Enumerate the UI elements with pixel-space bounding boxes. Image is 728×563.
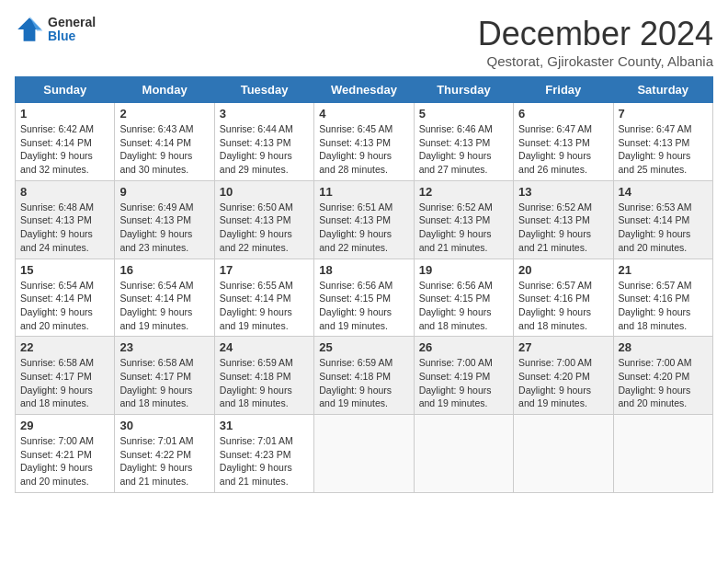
table-row: 28 Sunrise: 7:00 AM Sunset: 4:20 PM Dayl… bbox=[613, 337, 712, 415]
day-detail: Sunrise: 6:47 AM Sunset: 4:13 PM Dayligh… bbox=[619, 122, 708, 177]
day-number: 18 bbox=[319, 263, 408, 277]
table-row: 6 Sunrise: 6:47 AM Sunset: 4:13 PM Dayli… bbox=[514, 103, 613, 181]
day-detail: Sunrise: 6:59 AM Sunset: 4:18 PM Dayligh… bbox=[220, 356, 309, 410]
day-number: 23 bbox=[119, 340, 209, 354]
day-detail: Sunrise: 6:57 AM Sunset: 4:16 PM Dayligh… bbox=[619, 279, 708, 333]
day-number: 7 bbox=[619, 107, 708, 121]
day-detail: Sunrise: 7:00 AM Sunset: 4:19 PM Dayligh… bbox=[419, 356, 508, 410]
table-row: 22 Sunrise: 6:58 AM Sunset: 4:17 PM Dayl… bbox=[16, 337, 115, 415]
day-number: 15 bbox=[20, 263, 109, 277]
day-detail: Sunrise: 7:00 AM Sunset: 4:21 PM Dayligh… bbox=[20, 434, 109, 488]
day-detail: Sunrise: 6:43 AM Sunset: 4:14 PM Dayligh… bbox=[119, 122, 209, 177]
logo-general-text: General bbox=[48, 16, 96, 29]
day-detail: Sunrise: 6:51 AM Sunset: 4:13 PM Dayligh… bbox=[319, 201, 408, 255]
table-row bbox=[314, 415, 414, 493]
day-number: 9 bbox=[119, 185, 209, 199]
table-row bbox=[514, 415, 613, 493]
logo-blue-text: Blue bbox=[48, 29, 96, 43]
day-detail: Sunrise: 6:54 AM Sunset: 4:14 PM Dayligh… bbox=[20, 279, 109, 333]
table-row: 16 Sunrise: 6:54 AM Sunset: 4:14 PM Dayl… bbox=[115, 259, 214, 337]
day-detail: Sunrise: 6:52 AM Sunset: 4:13 PM Dayligh… bbox=[518, 201, 608, 255]
table-row: 30 Sunrise: 7:01 AM Sunset: 4:22 PM Dayl… bbox=[115, 415, 214, 493]
day-detail: Sunrise: 6:46 AM Sunset: 4:13 PM Dayligh… bbox=[419, 122, 508, 177]
day-number: 8 bbox=[20, 185, 109, 199]
day-number: 5 bbox=[419, 107, 508, 121]
day-detail: Sunrise: 6:57 AM Sunset: 4:16 PM Dayligh… bbox=[518, 279, 608, 333]
day-detail: Sunrise: 6:58 AM Sunset: 4:17 PM Dayligh… bbox=[119, 356, 209, 410]
day-detail: Sunrise: 6:49 AM Sunset: 4:13 PM Dayligh… bbox=[119, 201, 209, 255]
day-detail: Sunrise: 6:56 AM Sunset: 4:15 PM Dayligh… bbox=[319, 279, 408, 333]
table-row: 31 Sunrise: 7:01 AM Sunset: 4:23 PM Dayl… bbox=[214, 415, 313, 493]
table-row: 15 Sunrise: 6:54 AM Sunset: 4:14 PM Dayl… bbox=[16, 259, 115, 337]
day-number: 4 bbox=[319, 107, 408, 121]
day-number: 2 bbox=[119, 107, 209, 121]
table-row: 5 Sunrise: 6:46 AM Sunset: 4:13 PM Dayli… bbox=[414, 103, 513, 181]
calendar-week-1: 1 Sunrise: 6:42 AM Sunset: 4:14 PM Dayli… bbox=[16, 103, 713, 181]
day-number: 14 bbox=[619, 185, 708, 199]
calendar-subtitle: Qestorat, Gjirokaster County, Albania bbox=[478, 53, 713, 69]
day-number: 20 bbox=[518, 263, 608, 277]
day-detail: Sunrise: 7:01 AM Sunset: 4:23 PM Dayligh… bbox=[220, 434, 309, 488]
day-detail: Sunrise: 6:54 AM Sunset: 4:14 PM Dayligh… bbox=[119, 279, 209, 333]
day-number: 29 bbox=[20, 419, 109, 432]
day-detail: Sunrise: 6:58 AM Sunset: 4:17 PM Dayligh… bbox=[20, 356, 109, 410]
day-number: 30 bbox=[119, 419, 209, 432]
header-thursday: Thursday bbox=[414, 77, 513, 103]
table-row: 18 Sunrise: 6:56 AM Sunset: 4:15 PM Dayl… bbox=[314, 259, 414, 337]
table-row: 19 Sunrise: 6:56 AM Sunset: 4:15 PM Dayl… bbox=[414, 259, 513, 337]
table-row: 23 Sunrise: 6:58 AM Sunset: 4:17 PM Dayl… bbox=[115, 337, 214, 415]
day-number: 24 bbox=[220, 340, 309, 354]
day-number: 13 bbox=[518, 185, 608, 199]
table-row: 24 Sunrise: 6:59 AM Sunset: 4:18 PM Dayl… bbox=[214, 337, 313, 415]
calendar-table: Sunday Monday Tuesday Wednesday Thursday… bbox=[15, 76, 713, 493]
day-number: 12 bbox=[419, 185, 508, 199]
logo-icon bbox=[15, 15, 44, 44]
table-row bbox=[414, 415, 513, 493]
table-row: 13 Sunrise: 6:52 AM Sunset: 4:13 PM Dayl… bbox=[514, 180, 613, 259]
table-row: 8 Sunrise: 6:48 AM Sunset: 4:13 PM Dayli… bbox=[16, 180, 115, 259]
day-number: 26 bbox=[419, 340, 508, 354]
day-number: 3 bbox=[220, 107, 309, 121]
day-detail: Sunrise: 6:45 AM Sunset: 4:13 PM Dayligh… bbox=[319, 122, 408, 177]
table-row: 25 Sunrise: 6:59 AM Sunset: 4:18 PM Dayl… bbox=[314, 337, 414, 415]
day-number: 25 bbox=[319, 340, 408, 354]
header-sunday: Sunday bbox=[16, 77, 115, 103]
table-row: 12 Sunrise: 6:52 AM Sunset: 4:13 PM Dayl… bbox=[414, 180, 513, 259]
header-monday: Monday bbox=[115, 77, 214, 103]
day-number: 16 bbox=[119, 263, 209, 277]
day-detail: Sunrise: 6:56 AM Sunset: 4:15 PM Dayligh… bbox=[419, 279, 508, 333]
calendar-week-5: 29 Sunrise: 7:00 AM Sunset: 4:21 PM Dayl… bbox=[16, 415, 713, 493]
day-number: 1 bbox=[20, 107, 109, 121]
calendar-week-3: 15 Sunrise: 6:54 AM Sunset: 4:14 PM Dayl… bbox=[16, 259, 713, 337]
table-row: 9 Sunrise: 6:49 AM Sunset: 4:13 PM Dayli… bbox=[115, 180, 214, 259]
day-number: 28 bbox=[619, 340, 708, 354]
table-row: 27 Sunrise: 7:00 AM Sunset: 4:20 PM Dayl… bbox=[514, 337, 613, 415]
calendar-week-4: 22 Sunrise: 6:58 AM Sunset: 4:17 PM Dayl… bbox=[16, 337, 713, 415]
table-row: 21 Sunrise: 6:57 AM Sunset: 4:16 PM Dayl… bbox=[613, 259, 712, 337]
calendar-week-2: 8 Sunrise: 6:48 AM Sunset: 4:13 PM Dayli… bbox=[16, 180, 713, 259]
logo: General Blue bbox=[15, 15, 96, 44]
day-detail: Sunrise: 6:42 AM Sunset: 4:14 PM Dayligh… bbox=[20, 122, 109, 177]
table-row: 26 Sunrise: 7:00 AM Sunset: 4:19 PM Dayl… bbox=[414, 337, 513, 415]
day-number: 31 bbox=[220, 419, 309, 432]
table-row: 3 Sunrise: 6:44 AM Sunset: 4:13 PM Dayli… bbox=[214, 103, 313, 181]
day-detail: Sunrise: 6:47 AM Sunset: 4:13 PM Dayligh… bbox=[518, 122, 608, 177]
table-row: 14 Sunrise: 6:53 AM Sunset: 4:14 PM Dayl… bbox=[613, 180, 712, 259]
day-detail: Sunrise: 6:44 AM Sunset: 4:13 PM Dayligh… bbox=[220, 122, 309, 177]
day-number: 22 bbox=[20, 340, 109, 354]
header-friday: Friday bbox=[514, 77, 613, 103]
day-detail: Sunrise: 6:52 AM Sunset: 4:13 PM Dayligh… bbox=[419, 201, 508, 255]
day-detail: Sunrise: 6:50 AM Sunset: 4:13 PM Dayligh… bbox=[220, 201, 309, 255]
day-number: 21 bbox=[619, 263, 708, 277]
day-detail: Sunrise: 6:53 AM Sunset: 4:14 PM Dayligh… bbox=[619, 201, 708, 255]
header-wednesday: Wednesday bbox=[314, 77, 414, 103]
table-row: 4 Sunrise: 6:45 AM Sunset: 4:13 PM Dayli… bbox=[314, 103, 414, 181]
table-row: 11 Sunrise: 6:51 AM Sunset: 4:13 PM Dayl… bbox=[314, 180, 414, 259]
table-row bbox=[613, 415, 712, 493]
logo-text: General Blue bbox=[48, 16, 96, 44]
day-number: 17 bbox=[220, 263, 309, 277]
day-detail: Sunrise: 7:00 AM Sunset: 4:20 PM Dayligh… bbox=[619, 356, 708, 410]
title-block: December 2024 Qestorat, Gjirokaster Coun… bbox=[478, 15, 713, 69]
day-detail: Sunrise: 6:59 AM Sunset: 4:18 PM Dayligh… bbox=[319, 356, 408, 410]
table-row: 1 Sunrise: 6:42 AM Sunset: 4:14 PM Dayli… bbox=[16, 103, 115, 181]
